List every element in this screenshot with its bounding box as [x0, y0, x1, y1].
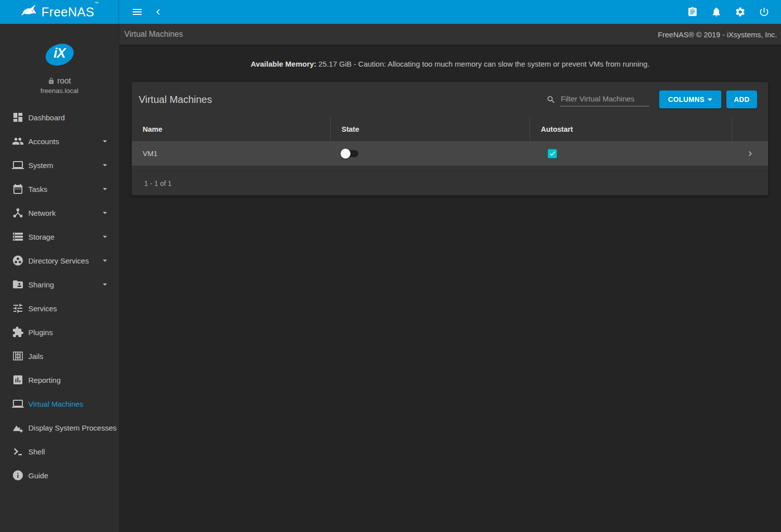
accounts-icon	[12, 135, 24, 147]
column-header-state[interactable]: State	[331, 117, 530, 141]
sidebar-item-label: Tasks	[28, 185, 47, 193]
lock-icon	[48, 78, 55, 85]
breadcrumb-bar: Virtual Machines FreeNAS® © 2019 - iXsys…	[119, 24, 781, 45]
sidebar-item-jails[interactable]: Jails	[0, 344, 119, 368]
sidebar-item-label: Plugins	[28, 328, 53, 337]
chevron-down-icon	[707, 98, 712, 101]
sidebar-item-label: Reporting	[28, 376, 61, 384]
sidenav-menu: Dashboard Accounts System Tasks Network …	[0, 105, 119, 487]
sidebar-item-sharing[interactable]: Sharing	[0, 272, 119, 296]
available-memory-notice: Available Memory: 25.17 GiB - Caution: A…	[119, 60, 781, 68]
freenas-logo: FreeNAS™	[0, 0, 119, 24]
storage-icon	[12, 231, 24, 243]
chevron-down-icon	[100, 256, 110, 266]
sidebar-item-label: Guide	[28, 471, 48, 480]
breadcrumb[interactable]: Virtual Machines	[124, 30, 183, 39]
autostart-checkbox[interactable]	[548, 149, 557, 158]
sidebar-item-label: Services	[28, 304, 57, 313]
notifications-button[interactable]	[706, 2, 726, 22]
hostname: freenas.local	[0, 87, 119, 94]
sidebar-item-plugins[interactable]: Plugins	[0, 320, 119, 344]
columns-button[interactable]: COLUMNS	[659, 90, 721, 108]
sidebar-item-label: Virtual Machines	[28, 400, 84, 408]
sidebar-item-reporting[interactable]: Reporting	[0, 368, 119, 392]
power-button[interactable]	[754, 2, 774, 22]
settings-icon	[735, 6, 746, 17]
available-memory-label: Available Memory:	[251, 60, 316, 68]
sidebar-item-label: Dashboard	[28, 113, 65, 122]
expand-row-button[interactable]	[745, 149, 755, 159]
add-button[interactable]: ADD	[726, 90, 757, 108]
task-manager-button[interactable]	[683, 2, 702, 22]
copyright-text: FreeNAS® © 2019 - iXsystems, Inc.	[658, 30, 777, 39]
sidebar-item-label: Directory Services	[28, 257, 89, 265]
sidebar-item-label: Display System Processes	[28, 424, 117, 432]
virtual-machines-icon	[12, 398, 24, 410]
vm-name-cell: VM1	[132, 150, 331, 158]
virtual-machines-card: Virtual Machines COLUMNS ADD Name State …	[132, 82, 768, 195]
search-icon	[546, 95, 556, 104]
column-header-name[interactable]: Name	[132, 117, 331, 141]
sharing-icon	[12, 278, 24, 290]
card-header: Virtual Machines COLUMNS ADD	[132, 82, 768, 117]
sidebar-item-label: Shell	[28, 447, 45, 456]
jails-icon	[12, 350, 24, 362]
menu-toggle-button[interactable]	[127, 2, 147, 22]
sidebar-item-label: Jails	[28, 352, 43, 360]
toolbar-right-actions	[683, 2, 774, 22]
settings-button[interactable]	[730, 2, 750, 22]
sidebar-item-services[interactable]: Services	[0, 296, 119, 320]
plugins-icon	[12, 326, 24, 338]
sidebar-item-label: Storage	[28, 233, 55, 241]
user-block: iX root freenas.local	[0, 24, 119, 94]
sidebar-item-network[interactable]: Network	[0, 201, 119, 225]
chevron-down-icon	[100, 232, 110, 242]
column-header-autostart[interactable]: Autostart	[530, 117, 732, 141]
reporting-icon	[12, 374, 24, 386]
toolbar-left-actions	[127, 2, 168, 22]
chevron-down-icon	[100, 184, 110, 194]
guide-icon	[12, 469, 24, 481]
tasks-icon	[12, 183, 24, 195]
card-title: Virtual Machines	[139, 94, 546, 105]
chevron-left-icon	[153, 6, 164, 17]
brand-trademark: ™	[94, 1, 98, 5]
available-memory-text: 25.17 GiB - Caution: Allocating too much…	[316, 60, 649, 68]
state-toggle[interactable]	[342, 150, 358, 157]
chevron-down-icon	[100, 160, 110, 170]
sidebar-item-directory-services[interactable]: Directory Services	[0, 249, 119, 272]
sidebar-item-accounts[interactable]: Accounts	[0, 129, 119, 153]
network-icon	[12, 207, 24, 219]
sidebar-item-guide[interactable]: Guide	[0, 463, 119, 487]
sidebar-item-display-system-processes[interactable]: Display System Processes	[0, 416, 119, 440]
sidebar-item-tasks[interactable]: Tasks	[0, 177, 119, 201]
brand-text: FreeNAS	[41, 5, 94, 19]
sidebar-item-dashboard[interactable]: Dashboard	[0, 105, 119, 129]
pagination-range: 1 - 1 of 1	[144, 179, 172, 187]
sidenav: iX root freenas.local Dashboard Accounts…	[0, 24, 119, 532]
pagination-bar: 1 - 1 of 1	[132, 171, 768, 195]
notifications-icon	[711, 6, 722, 17]
check-icon	[549, 150, 556, 157]
directory-services-icon	[12, 255, 24, 266]
vm-state-cell	[331, 150, 530, 157]
power-icon	[759, 6, 770, 17]
filter-input[interactable]	[560, 92, 649, 106]
logged-in-user: root	[57, 77, 71, 86]
menu-icon	[131, 6, 143, 18]
shark-logo-icon	[20, 4, 38, 19]
sidebar-item-storage[interactable]: Storage	[0, 225, 119, 249]
sidebar-item-system[interactable]: System	[0, 153, 119, 177]
task-manager-icon	[687, 6, 698, 17]
ix-systems-logo: iX	[44, 43, 76, 68]
top-toolbar: FreeNAS™	[0, 0, 781, 24]
sidebar-item-virtual-machines[interactable]: Virtual Machines	[0, 392, 119, 416]
chevron-down-icon	[100, 136, 110, 146]
chevron-down-icon	[100, 208, 110, 218]
dashboard-icon	[12, 111, 24, 123]
collapse-sidenav-button[interactable]	[148, 2, 168, 22]
sidebar-item-label: Accounts	[28, 137, 59, 146]
vm-autostart-cell	[530, 149, 732, 158]
table-row[interactable]: VM1	[132, 141, 768, 166]
sidebar-item-shell[interactable]: Shell	[0, 440, 119, 463]
